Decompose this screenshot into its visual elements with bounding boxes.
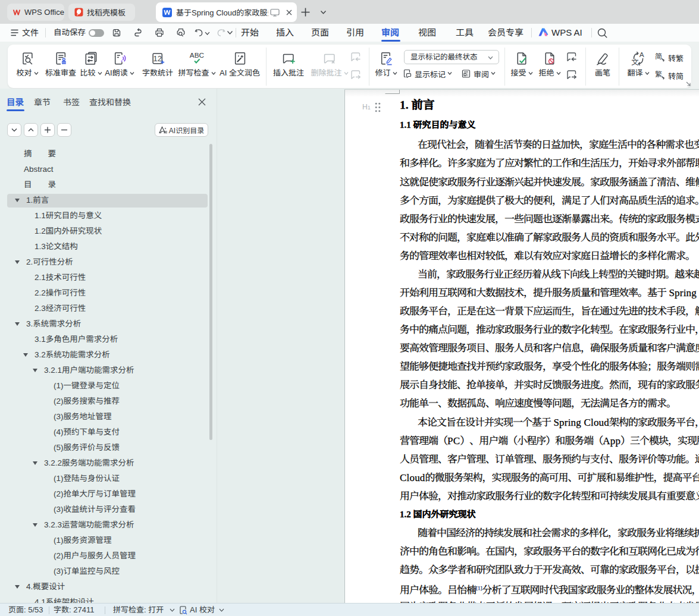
- svg-text:简: 简: [655, 51, 662, 61]
- svg-text:12: 12: [153, 54, 161, 63]
- svg-text:ABC: ABC: [190, 51, 205, 59]
- svg-text:繁: 繁: [655, 69, 662, 78]
- svg-text:A: A: [640, 51, 644, 59]
- svg-text:文: 文: [631, 56, 638, 67]
